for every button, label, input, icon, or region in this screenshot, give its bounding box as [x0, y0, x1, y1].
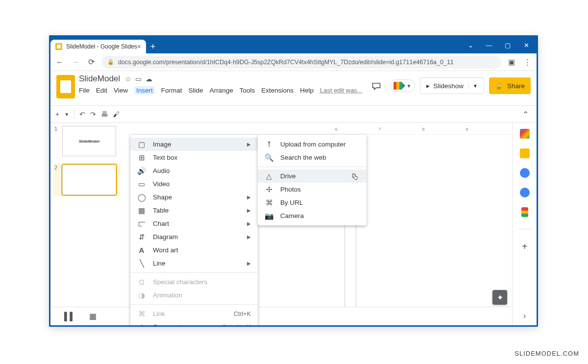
menu-extensions[interactable]: Extensions [261, 87, 294, 94]
menu-item-line[interactable]: ╲ Line ▶ [130, 257, 258, 270]
menu-item-textbox[interactable]: ⊞ Text box [130, 151, 258, 164]
menu-item-image[interactable]: ▢ Image ▶ [130, 138, 258, 151]
tasks-icon[interactable] [520, 168, 530, 178]
close-icon[interactable]: ✕ [523, 42, 530, 49]
hide-sidepanel-icon[interactable]: › [523, 312, 526, 320]
move-folder-icon[interactable]: ▭ [135, 75, 142, 83]
filmstrip-view-icon[interactable]: ▌▌ [64, 312, 75, 321]
menu-view[interactable]: View [114, 87, 128, 94]
slideshow-dropdown[interactable]: ▼ [468, 83, 478, 89]
menu-item-table[interactable]: ▦ Table ▶ [130, 204, 258, 217]
line-icon: ╲ [137, 259, 146, 268]
new-tab-button[interactable]: + [146, 40, 160, 53]
menu-help[interactable]: Help [300, 87, 314, 94]
meet-icon [393, 82, 404, 90]
contacts-icon[interactable] [520, 188, 530, 197]
menu-item-camera[interactable]: 📷 Camera [258, 209, 367, 222]
slides-logo-icon[interactable] [56, 75, 75, 98]
maximize-icon[interactable]: ▢ [504, 42, 511, 49]
menu-item-photos[interactable]: ✢ Photos [258, 183, 367, 196]
link-icon: ⌘ [137, 310, 146, 318]
menu-item-video[interactable]: ▭ Video [130, 177, 258, 191]
audio-icon: 🔊 [137, 167, 146, 175]
calendar-icon[interactable] [520, 129, 530, 139]
chevron-down-icon[interactable]: ⌄ [467, 42, 474, 49]
submenu-arrow-icon: ▶ [247, 221, 251, 226]
comment-history-button[interactable] [368, 77, 385, 95]
video-icon: ▭ [137, 180, 146, 189]
add-addon-icon[interactable]: + [522, 241, 528, 252]
menu-item-drive[interactable]: △ Drive [258, 170, 367, 183]
slides-favicon [55, 43, 62, 50]
menu-bar: File Edit View Insert Format Slide Arran… [79, 86, 363, 95]
upload-icon: ⤒ [265, 140, 273, 149]
wordart-icon: A [137, 246, 146, 254]
menu-item-by-url[interactable]: ⌘ By URL [258, 196, 367, 209]
menu-item-audio[interactable]: 🔊 Audio [130, 164, 258, 177]
meet-button[interactable]: ▼ [390, 79, 415, 92]
image-submenu: ⤒ Upload from computer 🔍 Search the web … [258, 135, 367, 225]
paint-format-icon[interactable]: 🖌 [113, 110, 120, 118]
menu-item-wordart[interactable]: A Word art [130, 243, 258, 257]
minimize-icon[interactable]: — [486, 42, 492, 49]
menu-insert[interactable]: Insert [134, 86, 155, 95]
slide-thumbnail[interactable]: SlideModel [62, 126, 116, 156]
menu-format[interactable]: Format [161, 87, 182, 94]
menu-item-search-web[interactable]: 🔍 Search the web [258, 151, 367, 164]
menu-slide[interactable]: Slide [189, 87, 203, 94]
window-titlebar: SlideModel - Google Slides × + ⌄ — ▢ ✕ [50, 37, 537, 53]
new-slide-dropdown[interactable]: ▼ [64, 112, 69, 117]
address-bar: ← → ⟳ 🔒 docs.google.com/presentation/d/1… [50, 53, 537, 71]
slideshow-button[interactable]: ▸ Slideshow ▼ [420, 77, 484, 94]
forward-icon[interactable]: → [70, 58, 81, 67]
textbox-icon: ⊞ [137, 153, 146, 162]
menu-tools[interactable]: Tools [240, 87, 255, 94]
reload-icon[interactable]: ⟳ [86, 57, 97, 67]
window-panel-icon[interactable]: ▣ [506, 58, 517, 67]
comment-icon [371, 81, 381, 91]
slideshow-label: Slideshow [434, 82, 464, 90]
print-icon[interactable]: 🖶 [101, 110, 108, 118]
new-slide-button[interactable]: + [55, 110, 59, 118]
doc-meta: SlideModel ☆ ▭ ☁ File Edit View Insert F… [79, 74, 363, 95]
browser-menu-icon[interactable]: ⋮ [522, 58, 533, 67]
lock-icon: 🔒 [495, 82, 503, 90]
ruler: 6 7 8 9 [129, 127, 510, 135]
camera-icon: 📷 [265, 212, 273, 220]
play-icon: ▸ [426, 82, 430, 90]
special-char-icon: Ω [137, 278, 146, 286]
menu-arrange[interactable]: Arrange [210, 87, 233, 94]
menu-item-chart[interactable]: ⫍ Chart ▶ [130, 217, 258, 230]
slide-thumbnail-selected[interactable] [62, 165, 116, 195]
menu-item-comment[interactable]: ⊕ Comment Ctrl+Alt+M [130, 320, 258, 327]
tab-close-icon[interactable]: × [137, 43, 141, 50]
menu-item-shape[interactable]: ◯ Shape ▶ [130, 191, 258, 204]
explore-button[interactable]: ✦ [492, 290, 507, 305]
thumbnail-row[interactable]: 2 [53, 163, 120, 196]
menu-item-upload-computer[interactable]: ⤒ Upload from computer [258, 138, 367, 151]
back-icon[interactable]: ← [54, 58, 65, 67]
thumbnail-row[interactable]: 1 SlideModel [54, 126, 120, 156]
menu-edit[interactable]: Edit [96, 87, 107, 94]
collapse-toolbar-icon[interactable]: ⌃ [522, 110, 532, 119]
last-edit-link[interactable]: Last edit was... [320, 87, 363, 94]
tab-title: SlideModel - Google Slides [66, 43, 137, 50]
undo-icon[interactable]: ↶ [79, 110, 85, 118]
redo-icon[interactable]: ↷ [90, 110, 96, 118]
image-icon: ▢ [137, 140, 146, 149]
browser-tab[interactable]: SlideModel - Google Slides × [50, 40, 146, 53]
maps-icon[interactable] [521, 207, 528, 217]
menu-item-diagram[interactable]: ⇵ Diagram ▶ [130, 230, 258, 243]
keep-icon[interactable] [520, 148, 530, 158]
share-button[interactable]: 🔒 Share [489, 77, 531, 94]
star-icon[interactable]: ☆ [125, 75, 131, 83]
submenu-arrow-icon: ▶ [247, 261, 251, 266]
document-title[interactable]: SlideModel [79, 74, 120, 84]
chevron-down-icon: ▼ [407, 83, 412, 89]
menu-item-special-characters: Ω Special characters [130, 275, 258, 289]
menu-file[interactable]: File [79, 87, 90, 94]
cloud-status-icon[interactable]: ☁ [146, 75, 152, 83]
url-field[interactable]: 🔒 docs.google.com/presentation/d/1hICDq4… [101, 56, 501, 69]
grid-view-icon[interactable]: ▦ [89, 312, 97, 321]
submenu-arrow-icon: ▶ [247, 194, 251, 200]
